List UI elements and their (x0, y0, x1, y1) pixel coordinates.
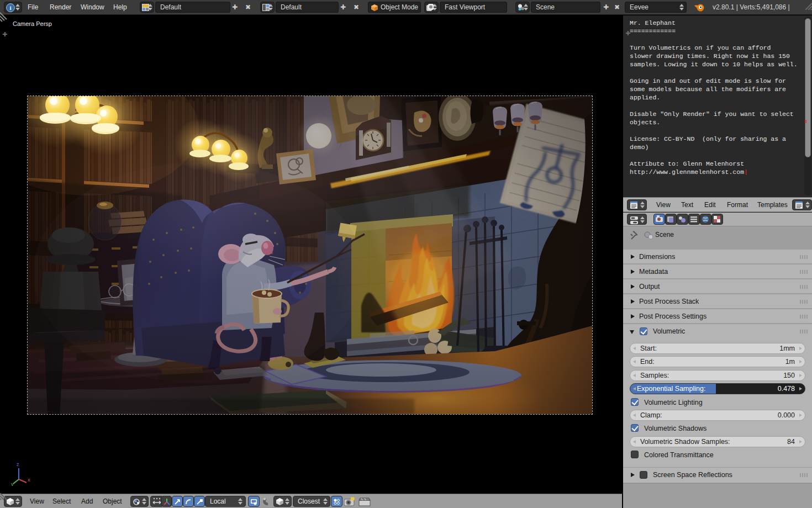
svg-text:x: x (28, 477, 30, 483)
svg-text:z: z (17, 462, 19, 467)
svg-text:y: y (11, 481, 14, 486)
svg-text:i: i (9, 4, 11, 11)
